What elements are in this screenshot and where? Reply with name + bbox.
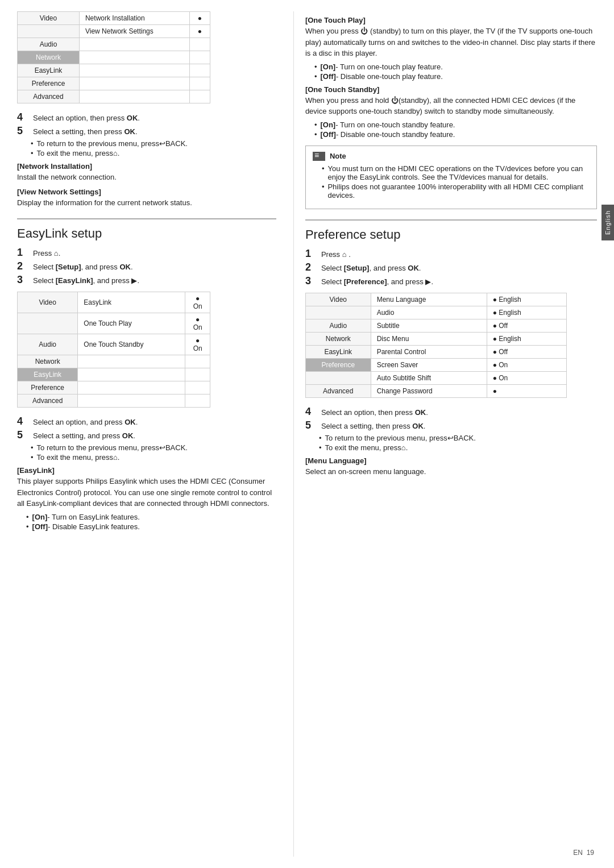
note-header: Note: [313, 152, 590, 161]
otp-heading: [One Touch Play]: [305, 16, 597, 24]
el-cat-empty: [18, 313, 78, 334]
back-icon-2: [159, 443, 165, 452]
easylink-steps-4-5: 4 Select an option, and press OK. 5 Sele…: [17, 416, 276, 462]
home-icon-2: [54, 249, 59, 258]
page-footer: EN 19: [573, 849, 594, 857]
easylink-steps-1-3: 1 Press . 2 Select [Setup], and press OK…: [17, 247, 276, 286]
easylink-sub-bullets: To return to the previous menu, press BA…: [31, 443, 276, 462]
back-icon-3: [447, 434, 454, 442]
cat-network-1: Network: [18, 51, 80, 64]
cat-pref-1: Preference: [18, 77, 80, 90]
note-label: Note: [330, 152, 346, 160]
el-cat-pref: Preference: [18, 381, 78, 394]
divider-1: [17, 218, 276, 219]
view-network-text: Display the information for the current …: [17, 197, 276, 209]
pref-step-3: 3: [305, 275, 319, 287]
network-menu-table: Video Network Installation ● View Networ…: [17, 11, 210, 103]
el-step-4: 4: [17, 416, 31, 427]
divider-2: [305, 219, 597, 221]
left-column: Video Network Installation ● View Networ…: [17, 11, 293, 857]
side-tab: English: [601, 205, 614, 240]
el-cat-network: Network: [18, 355, 78, 368]
pref-step-5: 5: [305, 420, 319, 431]
el-cat-adv: Advanced: [18, 394, 78, 408]
pref-sub-bullets: To return to the previous menu, press BA…: [319, 434, 597, 452]
pref-cat-video: Video: [305, 293, 371, 306]
cat-video-1: Video: [18, 12, 80, 25]
easylink-menu-table: Video EasyLink ● On One Touch Play ● On …: [17, 292, 210, 408]
note-icon: [313, 152, 325, 161]
pref-title: Preference setup: [305, 227, 597, 242]
pref-step-4: 4: [305, 406, 319, 418]
pref-cat-network: Network: [305, 332, 371, 345]
pref-steps-4-5: 4 Select an option, then press OK. 5 Sel…: [305, 406, 597, 452]
view-network-heading: [View Network Settings]: [17, 188, 276, 196]
otp-text: When you press ⏻ (standby) to turn on th…: [305, 26, 597, 59]
easylink-desc-heading: [EasyLink]: [17, 466, 276, 475]
cat-adv-1: Advanced: [18, 90, 80, 103]
footer-page: 19: [587, 849, 594, 857]
menu-lang-text: Select an on-screen menu language.: [305, 466, 597, 477]
network-installation-heading: [Network Installation]: [17, 162, 276, 171]
step-num-4a: 4: [17, 111, 31, 123]
ots-bullets: [On] - Turn on one-touch standby feature…: [314, 121, 597, 139]
pref-cat-audio: Audio: [305, 319, 371, 332]
easylink-title: EasyLink setup: [17, 226, 276, 241]
cat-empty-1: [18, 25, 80, 38]
pref-cat-easylink: EasyLink: [305, 345, 371, 358]
ots-heading: [One Touch Standby]: [305, 85, 597, 94]
pref-cat-empty2: [305, 371, 371, 384]
menu-lang-heading: [Menu Language]: [305, 456, 597, 465]
note-box: Note You must turn on the HDMI CEC opera…: [305, 146, 597, 209]
cat-audio-1: Audio: [18, 38, 80, 51]
pref-cat-pref: Preference: [305, 358, 371, 371]
el-step-1: 1: [17, 247, 31, 259]
cat-easylink-1: EasyLink: [18, 64, 80, 77]
step-num-5a: 5: [17, 125, 31, 137]
otp-bullets: [On] - Turn on one-touch play feature. […: [314, 63, 597, 81]
pref-cat-empty1: [305, 306, 371, 319]
el-cat-easylink: EasyLink: [18, 368, 78, 381]
one-touch-play-section: [One Touch Play] When you press ⏻ (stand…: [305, 16, 597, 81]
back-icon-1: [159, 139, 165, 148]
step-text-4a: Select an option, then press OK.: [33, 114, 140, 122]
ots-section: [One Touch Standby] When you press and h…: [305, 85, 597, 139]
note-bullet-1: You must turn on the HDMI CEC operations…: [322, 164, 590, 181]
pref-steps-1-3: 1 Press . 2 Select [Setup], and press OK…: [305, 248, 597, 287]
el-step-2: 2: [17, 260, 31, 272]
footer-label: EN: [573, 849, 583, 857]
el-cat-audio: Audio: [18, 334, 78, 355]
side-tab-label: English: [604, 210, 611, 235]
network-installation-text: Install the network connection.: [17, 172, 276, 183]
home-icon-3: [113, 453, 118, 462]
pref-cat-adv: Advanced: [305, 384, 371, 397]
ots-text: When you press and hold ⏻(standby), all …: [305, 95, 597, 117]
easylink-bullets: [On] - Turn on EasyLink features. [Off] …: [26, 513, 276, 531]
note-bullets: You must turn on the HDMI CEC operations…: [322, 164, 590, 200]
right-column: [One Touch Play] When you press ⏻ (stand…: [293, 11, 597, 857]
el-step-5: 5: [17, 429, 31, 441]
el-cat-video: Video: [18, 292, 78, 313]
home-icon-5: [401, 443, 406, 452]
network-sub-bullets: To return to the previous menu, press BA…: [31, 139, 276, 157]
network-steps: 4 Select an option, then press OK. 5 Sel…: [17, 111, 276, 157]
pref-step-2: 2: [305, 261, 319, 273]
step-text-5a: Select a setting, then press OK.: [33, 127, 138, 136]
home-icon-4: [342, 250, 347, 259]
pref-menu-table: Video Menu Language ● English Audio ● En…: [305, 293, 567, 398]
easylink-desc-text: This player supports Philips Easylink wh…: [17, 476, 276, 509]
home-icon-1: [113, 149, 118, 157]
el-step-3: 3: [17, 274, 31, 286]
note-bullet-2: Philips does not guarantee 100% interope…: [322, 182, 590, 200]
pref-step-1: 1: [305, 248, 319, 260]
